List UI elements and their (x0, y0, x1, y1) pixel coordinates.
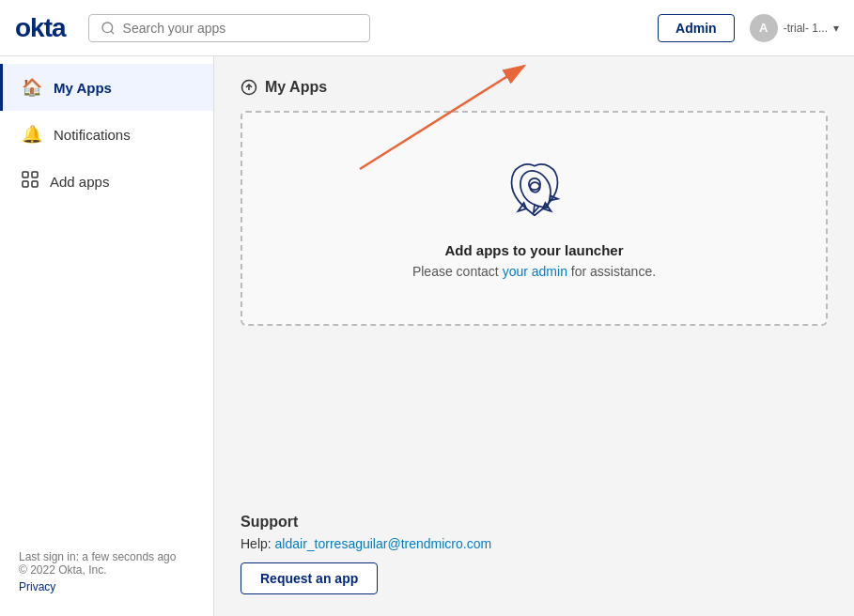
support-section: Support Help: aldair_torresaguilar@trend… (241, 514, 828, 594)
user-menu[interactable]: A -trial- 1... ▾ (750, 14, 839, 42)
empty-state-description: Please contact your admin for assistance… (412, 264, 656, 279)
svg-line-1 (111, 31, 114, 34)
rocket-icon (502, 158, 567, 227)
search-input[interactable] (123, 21, 358, 36)
svg-rect-2 (23, 172, 28, 177)
search-bar[interactable] (88, 14, 370, 42)
sidebar-item-notifications[interactable]: 🔔 Notifications (0, 111, 213, 158)
user-email: -trial- 1... (784, 22, 828, 35)
main-layout: 🏠 My Apps 🔔 Notifications Add apps (0, 56, 854, 616)
sidebar-item-my-apps[interactable]: 🏠 My Apps (0, 64, 213, 111)
empty-state-card: Add apps to your launcher Please contact… (241, 111, 828, 326)
section-title-text: My Apps (265, 79, 327, 96)
help-label: Help: (241, 536, 272, 551)
svg-rect-4 (23, 181, 28, 187)
empty-state-title: Add apps to your launcher (444, 242, 623, 258)
sidebar-footer: Last sign in: a few seconds ago © 2022 O… (0, 535, 213, 608)
support-title: Support (241, 514, 828, 531)
admin-link[interactable]: your admin (503, 264, 567, 279)
svg-rect-3 (32, 172, 38, 177)
support-help: Help: aldair_torresaguilar@trendmicro.co… (241, 536, 828, 551)
sidebar: 🏠 My Apps 🔔 Notifications Add apps (0, 56, 214, 616)
home-icon: 🏠 (22, 77, 42, 98)
circle-up-icon (241, 79, 257, 96)
sidebar-label-add-apps: Add apps (50, 174, 109, 190)
bell-icon: 🔔 (22, 124, 42, 145)
avatar: A (750, 14, 778, 42)
support-email-link[interactable]: aldair_torresaguilar@trendmicro.com (275, 536, 492, 551)
last-sign-in: Last sign in: a few seconds ago (19, 550, 194, 563)
sidebar-nav: 🏠 My Apps 🔔 Notifications Add apps (0, 64, 213, 535)
section-header: My Apps (241, 79, 828, 96)
sidebar-label-my-apps: My Apps (54, 80, 112, 96)
search-icon (101, 21, 116, 36)
svg-rect-5 (32, 181, 38, 187)
privacy-link[interactable]: Privacy (19, 580, 194, 593)
content-area: My Apps Add apps to yo (214, 56, 854, 616)
chevron-down-icon: ▾ (833, 22, 839, 35)
sidebar-item-add-apps[interactable]: Add apps (0, 158, 213, 206)
copyright: © 2022 Okta, Inc. (19, 563, 194, 577)
okta-logo: okta (15, 13, 66, 43)
admin-button[interactable]: Admin (658, 14, 735, 42)
sidebar-label-notifications: Notifications (54, 127, 131, 143)
header: okta Admin A -trial- 1... ▾ (0, 0, 854, 56)
request-app-button[interactable]: Request an app (241, 562, 378, 594)
svg-point-0 (102, 23, 113, 33)
grid-icon (22, 171, 39, 192)
